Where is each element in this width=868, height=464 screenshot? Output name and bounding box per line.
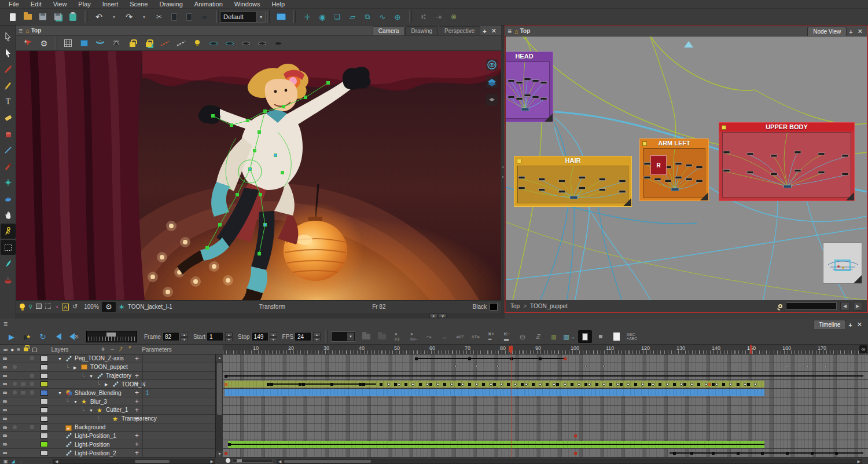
layer-color-swatch[interactable]: [41, 364, 48, 370]
keyframe[interactable]: [394, 383, 397, 386]
line-tool[interactable]: [1, 143, 16, 158]
light-table-status-icon[interactable]: [20, 304, 25, 310]
frame-ruler[interactable]: 1020304050607080901001101201301401501601…: [223, 345, 868, 355]
playhead-line[interactable]: [512, 345, 512, 458]
track-row-Transparency[interactable]: [223, 415, 868, 423]
exposure-dot[interactable]: [454, 365, 457, 367]
spin-up-icon[interactable]: ▲: [225, 333, 233, 337]
add-tab-button[interactable]: +: [480, 27, 488, 35]
paste-icon[interactable]: [182, 10, 196, 23]
feather-tool[interactable]: [1, 256, 16, 271]
square-view-icon[interactable]: [36, 304, 42, 310]
onion-opts-icon[interactable]: [271, 37, 285, 50]
lock-toggle-icon[interactable]: [30, 356, 34, 360]
keyframe[interactable]: [482, 383, 485, 386]
keyframe[interactable]: [228, 443, 231, 446]
track-row-Shadow_Blending[interactable]: [223, 389, 868, 397]
keyframe[interactable]: [584, 383, 587, 386]
nav-prev-button[interactable]: ◀: [840, 302, 849, 310]
solo-mode-button[interactable]: [578, 330, 592, 343]
keyframe[interactable]: [673, 452, 676, 455]
add-drawing-layer-button[interactable]: ⁺̊: [128, 345, 131, 353]
tab-drawing[interactable]: Drawing: [405, 26, 438, 35]
select-tool[interactable]: [1, 29, 16, 44]
keyframe[interactable]: [330, 383, 333, 386]
play-button[interactable]: ▶: [5, 330, 19, 343]
layer-color-swatch[interactable]: [41, 381, 48, 387]
play-range-icon[interactable]: ◔: [54, 304, 58, 310]
light-table-icon[interactable]: [190, 37, 204, 50]
menu-play[interactable]: Play: [73, 0, 95, 9]
expand-arrow-icon[interactable]: ▶: [73, 366, 76, 370]
brush-tool[interactable]: [1, 61, 16, 76]
menu-view[interactable]: View: [48, 0, 72, 9]
small-view-icon[interactable]: [486, 94, 498, 105]
contour-editor-tool[interactable]: [1, 191, 16, 206]
workspace-dropdown-arrow-icon[interactable]: ▾: [256, 12, 265, 22]
lock-all-icon[interactable]: [23, 346, 29, 353]
paint-tool[interactable]: [1, 126, 16, 141]
lock-toggle-icon[interactable]: [30, 390, 34, 394]
expand-arrow-icon[interactable]: ▶: [105, 382, 108, 387]
eraser-tool[interactable]: [1, 110, 16, 125]
collapse-down-button[interactable]: ∨: [439, 313, 447, 318]
rigging-tool[interactable]: [1, 224, 16, 239]
keyframe[interactable]: [468, 357, 471, 360]
onion-prev-icon[interactable]: [223, 37, 237, 50]
add-parameter-button[interactable]: +: [135, 399, 139, 404]
frame-spinner-value[interactable]: 82: [162, 332, 179, 341]
track-row-Light-Position_1[interactable]: [223, 432, 868, 440]
menu-animation[interactable]: Animation: [189, 0, 228, 9]
scope-toggle-icon[interactable]: [21, 382, 25, 386]
keyframe[interactable]: [683, 383, 686, 386]
keyframe-stop[interactable]: [574, 452, 577, 455]
layer-row-Light-Position[interactable]: ∞Light-Position+: [0, 440, 215, 449]
add-parameter-button[interactable]: +: [135, 356, 139, 361]
add-layer-button[interactable]: +: [101, 345, 105, 353]
stop-spinner-value[interactable]: 149: [251, 332, 269, 341]
stop-motion-button[interactable]: ⊖: [516, 330, 529, 343]
copy-icon[interactable]: [167, 10, 181, 23]
keyframe[interactable]: [507, 383, 510, 386]
paste-special-icon[interactable]: [66, 10, 80, 23]
snowflake-icon[interactable]: ∗: [119, 302, 125, 311]
splitter-left-icon[interactable]: ‹: [502, 165, 504, 170]
add-parameter-button[interactable]: +: [135, 381, 139, 387]
spin-up-icon[interactable]: ▲: [181, 333, 188, 337]
rename-abc-button[interactable]: ABC+ABC: [625, 330, 639, 343]
keyframe-marker[interactable]: [708, 383, 711, 386]
outline-gray-icon[interactable]: [174, 37, 188, 50]
layer-color-swatch[interactable]: [41, 441, 48, 447]
reset-view-icon[interactable]: ↺: [72, 303, 78, 310]
lock-add-icon[interactable]: [142, 37, 156, 50]
camera-canvas[interactable]: [16, 51, 501, 300]
keyframe[interactable]: [419, 383, 422, 386]
velocity-icon[interactable]: ∿: [376, 10, 389, 23]
set-exposure-button[interactable]: ↔: [437, 330, 451, 343]
undo-icon[interactable]: ↶: [92, 10, 106, 23]
track-row-TOON_puppet[interactable]: [223, 363, 868, 372]
lock-status-icon[interactable]: A: [62, 304, 69, 310]
add-parameter-button[interactable]: +: [135, 441, 139, 447]
group-resize-corner[interactable]: [846, 192, 854, 200]
layers-vertical-scrollbar[interactable]: ▲ ▼: [215, 355, 223, 458]
paste-shape-icon[interactable]: ▰: [197, 10, 211, 23]
track-row-TOON_N[interactable]: [223, 380, 868, 389]
enable-toggle-icon[interactable]: ∞: [3, 381, 7, 387]
frame-spinner-arrows[interactable]: ▲▼: [181, 333, 188, 341]
spin-up-icon[interactable]: ▲: [270, 333, 277, 337]
onion-prev2-icon[interactable]: [207, 37, 220, 50]
keyframe[interactable]: [761, 452, 764, 455]
exposure-dot[interactable]: [584, 365, 587, 367]
layers-view-icon[interactable]: [486, 76, 498, 88]
delete-drawing-button[interactable]: [375, 330, 389, 343]
keyframe[interactable]: [690, 452, 693, 455]
keyframe[interactable]: [404, 383, 407, 386]
node-search-input[interactable]: [786, 302, 837, 310]
solo-toggle-icon[interactable]: [13, 382, 17, 386]
close-tab-button[interactable]: ✕: [855, 27, 865, 36]
onion-next-icon[interactable]: [239, 37, 253, 50]
layer-color-swatch[interactable]: [41, 399, 48, 404]
track-row-Trajectory[interactable]: [223, 372, 868, 381]
keyframe[interactable]: [737, 383, 740, 386]
